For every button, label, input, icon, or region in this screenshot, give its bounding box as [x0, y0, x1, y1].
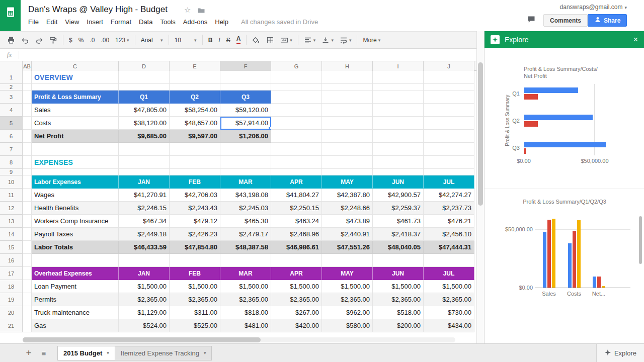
- merge-cells-button[interactable]: ▾: [278, 34, 295, 46]
- cell-j19[interactable]: $2,365.00: [424, 293, 474, 306]
- comments-button[interactable]: Comments: [543, 14, 588, 27]
- cell-h18[interactable]: $1,500.00: [322, 280, 373, 293]
- menu-view[interactable]: View: [65, 18, 79, 26]
- sheet-tab-itemized-expense-tracking[interactable]: Itemized Expense Tracking▾: [115, 346, 212, 360]
- cell-h7[interactable]: [322, 143, 373, 156]
- cell-h4[interactable]: [322, 104, 373, 117]
- formula-input[interactable]: [19, 49, 476, 61]
- cell-ab5[interactable]: [23, 117, 32, 130]
- cell-h13[interactable]: $473.89: [322, 215, 373, 228]
- cell-h2[interactable]: [322, 84, 373, 90]
- cell-j20[interactable]: $730.00: [424, 306, 474, 319]
- borders-button[interactable]: [264, 34, 277, 46]
- cell-i2[interactable]: [373, 84, 424, 90]
- menu-data[interactable]: Data: [139, 18, 152, 26]
- row-header-16[interactable]: 16: [0, 254, 23, 267]
- cell-e12[interactable]: $2,243.43: [170, 202, 220, 215]
- cell-j11[interactable]: $42,274.27: [424, 189, 474, 202]
- cell-j21[interactable]: $434.00: [424, 319, 474, 332]
- cell-f9[interactable]: [220, 169, 271, 175]
- column-header-h[interactable]: H: [322, 61, 373, 71]
- cell-d12[interactable]: $2,246.15: [119, 202, 170, 215]
- cell-c17[interactable]: Overhead Expenses: [32, 267, 119, 280]
- cell-d14[interactable]: $2,449.18: [119, 228, 170, 241]
- cell-ab16[interactable]: [23, 254, 32, 267]
- cell-i20[interactable]: $518.00: [373, 306, 424, 319]
- account-email[interactable]: danswraps@gmail.com▾: [560, 4, 627, 11]
- cell-g12[interactable]: $2,250.15: [271, 202, 322, 215]
- cell-ab17[interactable]: [23, 267, 32, 280]
- cell-e17[interactable]: FEB: [170, 267, 220, 280]
- cell-e20[interactable]: $311.00: [170, 306, 220, 319]
- row-header-3[interactable]: 3: [0, 90, 23, 104]
- cell-g4[interactable]: [271, 104, 322, 117]
- cell-g16[interactable]: [271, 254, 322, 267]
- cell-e14[interactable]: $2,426.23: [170, 228, 220, 241]
- cell-h16[interactable]: [322, 254, 373, 267]
- cell-ab21[interactable]: [23, 319, 32, 332]
- cell-j13[interactable]: $476.21: [424, 215, 474, 228]
- document-title[interactable]: Dan's Wraps @ Valley High - Budget: [28, 5, 168, 15]
- row-header-18[interactable]: 18: [0, 280, 23, 293]
- cell-f7[interactable]: [220, 143, 271, 156]
- menu-add-ons[interactable]: Add-ons: [183, 18, 207, 26]
- cell-d21[interactable]: $524.00: [119, 319, 170, 332]
- cell-h11[interactable]: $42,387.80: [322, 189, 373, 202]
- row-header-15[interactable]: 15: [0, 241, 23, 254]
- cell-g7[interactable]: [271, 143, 322, 156]
- cell-ab4[interactable]: [23, 104, 32, 117]
- cell-d8[interactable]: [119, 156, 170, 169]
- cell-i8[interactable]: [373, 156, 424, 169]
- menu-help[interactable]: Help: [215, 18, 228, 26]
- cell-d1[interactable]: [119, 71, 170, 84]
- cell-ab6[interactable]: [23, 130, 32, 143]
- cell-i4[interactable]: [373, 104, 424, 117]
- cell-ab20[interactable]: [23, 306, 32, 319]
- cell-h20[interactable]: $962.00: [322, 306, 373, 319]
- close-icon[interactable]: ×: [633, 35, 638, 44]
- horizontal-scrollbar[interactable]: [23, 337, 455, 342]
- cell-ab7[interactable]: [23, 143, 32, 156]
- cell-g21[interactable]: $420.00: [271, 319, 322, 332]
- row-header-9[interactable]: 9: [0, 169, 23, 175]
- cell-ab15[interactable]: [23, 241, 32, 254]
- vertical-align-button[interactable]: ▾: [319, 34, 336, 46]
- cell-e10[interactable]: FEB: [170, 175, 220, 189]
- cell-j15[interactable]: $47,444.31: [424, 241, 474, 254]
- cell-e8[interactable]: [170, 156, 220, 169]
- row-header-10[interactable]: 10: [0, 175, 23, 189]
- cell-c20[interactable]: Truck maintenance: [32, 306, 119, 319]
- fill-handle[interactable]: [268, 127, 271, 129]
- menu-format[interactable]: Format: [111, 18, 131, 26]
- cell-j18[interactable]: $1,500.00: [424, 280, 474, 293]
- cell-g9[interactable]: [271, 169, 322, 175]
- cell-e1[interactable]: [170, 71, 220, 84]
- cell-j2[interactable]: [424, 84, 474, 90]
- cell-i14[interactable]: $2,418.37: [373, 228, 424, 241]
- cell-c4[interactable]: Sales: [32, 104, 119, 117]
- cell-h6[interactable]: [322, 130, 373, 143]
- cell-f8[interactable]: [220, 156, 271, 169]
- cell-d10[interactable]: JAN: [119, 175, 170, 189]
- cell-i3[interactable]: [373, 90, 424, 104]
- explore-button[interactable]: Explore: [596, 344, 644, 362]
- cell-g6[interactable]: [271, 130, 322, 143]
- cell-d19[interactable]: $2,365.00: [119, 293, 170, 306]
- cell-f1[interactable]: [220, 71, 271, 84]
- cell-c18[interactable]: Loan Payment: [32, 280, 119, 293]
- cell-e19[interactable]: $2,365.00: [170, 293, 220, 306]
- cell-c3[interactable]: Profit & Loss Summary: [32, 90, 119, 104]
- cell-f6[interactable]: $1,206.00: [220, 130, 271, 143]
- cell-f19[interactable]: $2,365.00: [220, 293, 271, 306]
- cell-ab10[interactable]: [23, 175, 32, 189]
- menu-tools[interactable]: Tools: [160, 18, 175, 26]
- cell-e15[interactable]: $47,854.80: [170, 241, 220, 254]
- cell-c11[interactable]: Wages: [32, 189, 119, 202]
- add-sheet-button[interactable]: +: [23, 347, 34, 358]
- horizontal-scrollbar-handle[interactable]: [23, 337, 261, 342]
- cell-g15[interactable]: $46,986.61: [271, 241, 322, 254]
- cell-i19[interactable]: $2,365.00: [373, 293, 424, 306]
- cell-i18[interactable]: $1,500.00: [373, 280, 424, 293]
- increase-decimal-places-button[interactable]: .00: [98, 34, 112, 46]
- cell-c6[interactable]: Net Profit: [32, 130, 119, 143]
